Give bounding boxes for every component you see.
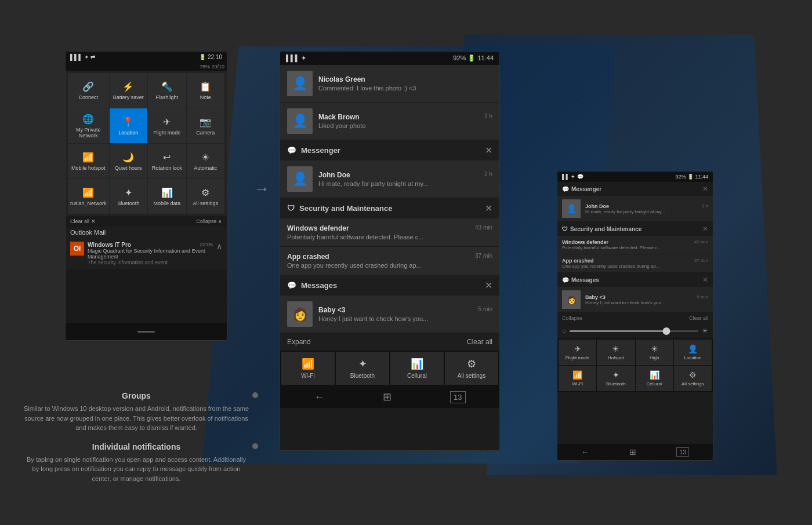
right-qs-hotspot[interactable]: ☀ Hotspot (597, 340, 635, 365)
qs-all-settings[interactable]: ⚙ All settings (187, 179, 225, 214)
defender-time: 43 min (475, 224, 492, 232)
notif-mack[interactable]: 👤 Mack Brown 2 h Liked your photo (280, 103, 499, 140)
center-home-btn[interactable]: ⊞ (383, 391, 392, 403)
qs-mobiledata-label: Mobile data (153, 200, 180, 206)
email-expand-btn[interactable]: ∧ (216, 242, 222, 251)
qs-hotspot-label: Mobile hotspot (71, 165, 106, 171)
qs-rotation-label: Rotation lock (152, 165, 182, 171)
notif-baby[interactable]: 👩 Baby <3 5 min Honey I just want to che… (280, 296, 499, 333)
baby-sender: Baby <3 (318, 306, 345, 314)
qs-flight[interactable]: ✈ Flight mode (148, 108, 186, 143)
right-hotspot-label: Hotspot (608, 355, 624, 360)
settings-left-icon: ⚙ (201, 187, 209, 198)
qs-battery-saver[interactable]: ⚡ Battery saver (110, 73, 147, 108)
qs-note[interactable]: 📋 Note (187, 73, 225, 108)
right-action-bar: Collapse Clear all (557, 313, 713, 323)
notif-defender[interactable]: Windows defender 43 min Potentialy harmf… (280, 218, 499, 247)
qs-wifi[interactable]: 📶 ruslan_Network (68, 179, 109, 214)
right-qs-wifi[interactable]: 📶 Wi-Fi (559, 366, 596, 391)
center-apps-btn[interactable]: 13 (450, 391, 465, 403)
right-crash-message: One app you recently used crashed during… (562, 264, 708, 269)
center-qs-bluetooth[interactable]: ✦ Bluetooth (336, 352, 389, 385)
brightness-low-icon: ○ (562, 327, 566, 335)
wifi-left-icon: 📶 (82, 187, 94, 198)
qs-bluetooth[interactable]: ✦ Bluetooth (110, 179, 147, 214)
qs-hotspot[interactable]: 📶 Mobile hotspot (68, 144, 109, 178)
email-sender: Windows IT Pro (88, 242, 131, 248)
right-messages-close[interactable]: ✕ (702, 276, 708, 284)
notif-crashed[interactable]: App crashed 37 min One app you recently … (280, 247, 499, 275)
security-app-name: Security and Maintenance (299, 204, 392, 213)
right-defender[interactable]: Windows defender 43 min Potentialy harmf… (557, 236, 713, 254)
right-johndoe[interactable]: 👤 John Doe 2 h Hi mate, ready for party … (557, 196, 713, 222)
clear-all-btn[interactable]: Clear all ✕ (70, 218, 96, 224)
right-qs-location[interactable]: 👤 Location (674, 340, 712, 365)
right-messages-icon: 💬 (562, 277, 569, 283)
security-group-header: 🛡 Security and Maintenance ✕ (280, 198, 499, 218)
baby-time: 5 min (478, 306, 492, 314)
right-baby-sender: Baby <3 (585, 294, 606, 300)
rotation-icon: ↩ (163, 152, 171, 163)
center-qs-cellular[interactable]: 📊 Cellural (390, 352, 444, 385)
brightness-slider[interactable] (570, 330, 698, 332)
right-clearall-btn[interactable]: Clear all (689, 315, 708, 321)
right-qs-grid: ✈ Flight mode ☀ Hotspot ☀ High 👤 Locatio… (557, 338, 713, 392)
center-bt-icon: ✦ (358, 358, 367, 370)
connect-icon: 🔗 (82, 81, 94, 92)
right-qs-cellular[interactable]: 📊 Cellural (636, 366, 673, 391)
qs-mobile-data[interactable]: 📊 Mobile data (148, 179, 186, 214)
messages-close-btn[interactable]: ✕ (485, 280, 492, 291)
center-qs-wifi[interactable]: 📶 Wi-Fi (281, 352, 335, 385)
security-group-title: 🛡 Security and Maintenance (287, 204, 392, 213)
center-qs-settings[interactable]: ⚙ All settings (445, 352, 498, 385)
crashed-time: 37 min (475, 253, 492, 261)
defender-content: Windows defender 43 min Potentialy harmf… (287, 224, 492, 240)
right-qs-high[interactable]: ☀ High (636, 340, 673, 365)
flight-icon: ✈ (163, 116, 171, 127)
right-qs-bluetooth[interactable]: ✦ Bluetooth (597, 366, 635, 391)
right-collapse-btn[interactable]: Collapse (562, 315, 582, 321)
defender-message: Potentialy harmful software detected. Pl… (287, 234, 492, 240)
groups-heading: Groups (23, 391, 249, 400)
qs-connect[interactable]: 🔗 Connect (68, 73, 109, 108)
right-security-header: 🛡 Security and Maintenance ✕ (557, 222, 713, 236)
right-qs-settings[interactable]: ⚙ All settings (674, 366, 712, 391)
security-close-btn[interactable]: ✕ (485, 203, 492, 214)
phone-center: ▌▌▌ ✦ 92% 🔋 11:44 👤 Nicolas Green Commen… (280, 51, 500, 451)
right-johndoe-message: Hi mate, ready for party tonight at my..… (585, 209, 708, 214)
brightness-slider-row: ○ ☀ (557, 323, 713, 338)
arrow-indicator: → (253, 180, 270, 198)
right-security-close[interactable]: ✕ (702, 225, 708, 233)
right-messenger-close[interactable]: ✕ (702, 185, 708, 193)
right-location-label: Location (684, 355, 701, 360)
phone-right: ▌▌ ✦ 💬 92% 🔋 11:44 💬 Messenger ✕ 👤 John … (557, 171, 713, 461)
qs-vpn[interactable]: 🌐 My Private Network (68, 108, 109, 143)
qs-quiet[interactable]: 🌙 Quiet hours (110, 144, 147, 178)
center-clearall-btn[interactable]: Clear all (467, 338, 492, 346)
individual-notif-heading: Individual notifications (23, 442, 249, 451)
messages-icon: 💬 (287, 281, 296, 290)
expand-btn[interactable]: Expand (287, 338, 311, 346)
right-back-btn[interactable]: ← (581, 447, 589, 457)
right-home-btn[interactable]: ⊞ (629, 447, 636, 457)
center-back-btn[interactable]: ← (314, 391, 324, 403)
right-apps-btn[interactable]: 13 (676, 447, 689, 457)
qs-flashlight[interactable]: 🔦 Flashlight (148, 73, 186, 108)
messenger-close-btn[interactable]: ✕ (485, 145, 492, 156)
right-baby-message: Honey I just want to check how's you... (585, 300, 708, 305)
right-baby[interactable]: 👩 Baby <3 5 min Honey I just want to che… (557, 287, 713, 313)
right-messages-header: 💬 Messages ✕ (557, 273, 713, 287)
right-qs-flight[interactable]: ✈ Flight mode (559, 340, 596, 365)
qs-camera[interactable]: 📷 Camera (187, 108, 225, 143)
qs-rotation[interactable]: ↩ Rotation lock (148, 144, 186, 178)
qs-location[interactable]: 📍 Location (110, 108, 147, 143)
right-crash-content: App crashed 37 min One app you recently … (562, 258, 708, 269)
email-item[interactable]: Ol Windows IT Pro 22:05 Magic Quadrant f… (66, 238, 227, 269)
auto-icon: ☀ (201, 152, 209, 163)
collapse-btn[interactable]: Collapse ∧ (196, 218, 222, 224)
notif-nicolas[interactable]: 👤 Nicolas Green Commented: I love this p… (280, 65, 499, 103)
text-section: Groups Similar to Windows 10 desktop ver… (23, 391, 249, 490)
right-appcrash[interactable]: App crashed 37 min One app you recently … (557, 254, 713, 273)
notif-johndoe[interactable]: 👤 John Doe 2 h Hi mate, ready for party … (280, 161, 499, 198)
qs-auto[interactable]: ☀ Automatic (187, 144, 225, 178)
